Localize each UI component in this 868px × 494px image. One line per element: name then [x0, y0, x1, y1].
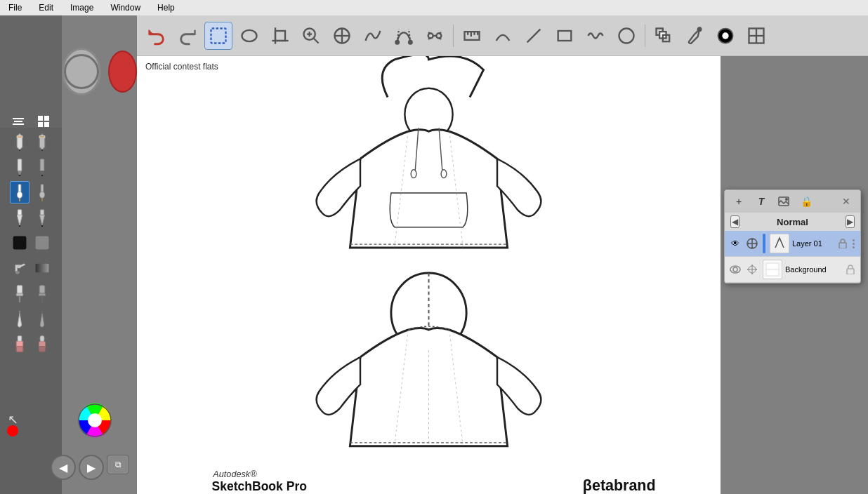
menu-edit[interactable]: Edit	[36, 1, 56, 14]
swatch-row	[10, 232, 52, 254]
svg-rect-42	[13, 124, 24, 125]
svg-point-94	[411, 170, 416, 178]
svg-rect-74	[17, 286, 22, 293]
smear-soft-btn[interactable]	[32, 307, 52, 330]
layer-1-options[interactable]	[851, 238, 856, 250]
marker-row	[10, 156, 52, 178]
select-button[interactable]	[204, 22, 232, 50]
zoom-button[interactable]	[297, 22, 325, 50]
blend-prev-button[interactable]: ◀	[730, 215, 739, 228]
front-hoodie	[317, 56, 541, 248]
svg-rect-86	[39, 347, 45, 352]
active-layer-bar	[763, 234, 765, 253]
layer-1-lock[interactable]	[837, 238, 848, 249]
pen-hard-btn[interactable]	[10, 206, 29, 229]
wave-button[interactable]	[581, 22, 610, 50]
eraser-soft-btn[interactable]	[32, 333, 52, 355]
crop-button[interactable]	[266, 22, 294, 50]
svg-rect-75	[16, 293, 22, 296]
marker-soft-btn[interactable]	[32, 156, 52, 178]
eraser-row	[10, 333, 52, 355]
eraser-hard-btn[interactable]	[10, 333, 29, 355]
svg-text:βetabrand: βetabrand	[583, 477, 656, 494]
pencil-hard-btn[interactable]	[10, 131, 29, 153]
menu-image[interactable]: Image	[67, 1, 96, 14]
pencil-soft-btn[interactable]	[32, 131, 52, 153]
svg-text:Autodesk®: Autodesk®	[212, 469, 257, 479]
svg-rect-66	[18, 210, 22, 215]
svg-rect-78	[39, 293, 45, 296]
svg-rect-72	[36, 236, 49, 250]
svg-line-22	[439, 38, 442, 39]
image-layer-button[interactable]	[775, 193, 792, 210]
svg-line-19	[428, 32, 431, 33]
layer-row-1[interactable]: 👁 Layer 01	[725, 231, 860, 257]
separator-1	[453, 25, 454, 47]
circle-button[interactable]	[612, 22, 640, 50]
canvas-svg: Autodesk® SketchBook Pro βetabrand	[137, 56, 721, 494]
color-wheel-button[interactable]	[711, 22, 739, 50]
svg-point-36	[722, 32, 728, 39]
svg-rect-84	[18, 336, 22, 341]
smear-hard-btn[interactable]	[10, 307, 29, 330]
add-layer-button[interactable]: +	[730, 193, 747, 210]
svg-rect-28	[558, 31, 572, 41]
rect-button[interactable]	[551, 22, 579, 50]
next-arrow-button[interactable]: ▶	[79, 455, 104, 480]
blend-mode-label: Normal	[777, 217, 808, 227]
menu-bar: File Edit Image Window Help	[0, 0, 868, 15]
copy-button[interactable]: ⧉	[107, 455, 129, 474]
svg-line-27	[527, 29, 541, 42]
stamp-hard-btn[interactable]	[10, 282, 29, 305]
gray-swatch-btn[interactable]	[32, 232, 52, 254]
black-swatch-btn[interactable]	[10, 232, 29, 254]
lasso-button[interactable]	[235, 22, 263, 50]
nav-arrows: ◀ ▶ ⧉	[51, 455, 129, 480]
line-button[interactable]	[520, 22, 548, 50]
connect-button[interactable]	[421, 22, 449, 50]
pen-soft-btn[interactable]	[32, 206, 52, 229]
menu-window[interactable]: Window	[107, 1, 143, 14]
layer-1-visibility[interactable]: 👁	[729, 237, 742, 250]
grid-button[interactable]	[742, 22, 770, 50]
svg-rect-2	[275, 31, 285, 41]
brush-soft-btn[interactable]	[32, 181, 52, 203]
marker-hard-btn[interactable]	[10, 156, 29, 178]
text-layer-button[interactable]: T	[753, 193, 770, 210]
redo-button[interactable]	[173, 22, 202, 50]
symmetry-button[interactable]	[328, 22, 356, 50]
svg-point-115	[733, 267, 737, 272]
menu-file[interactable]: File	[6, 1, 25, 14]
svg-text:SketchBook Pro: SketchBook Pro	[211, 479, 307, 493]
curve-button[interactable]	[359, 22, 387, 50]
layer-bg-visibility[interactable]	[729, 263, 742, 276]
gradient-btn[interactable]	[32, 257, 52, 279]
layer-bg-move	[744, 262, 760, 277]
svg-rect-56	[40, 159, 44, 171]
layer-bg-lock[interactable]	[845, 264, 856, 275]
svg-line-21	[439, 32, 442, 33]
prev-arrow-button[interactable]: ◀	[51, 455, 76, 480]
layers-button[interactable]	[650, 22, 678, 50]
lock-layer-button[interactable]: 🔒	[798, 193, 815, 210]
blend-next-button[interactable]: ▶	[846, 215, 855, 228]
back-hoodie	[317, 273, 541, 446]
arc-button[interactable]	[489, 22, 517, 50]
layer-row-background[interactable]: Background	[725, 257, 860, 283]
bezier-button[interactable]	[390, 22, 418, 50]
stamp-soft-btn[interactable]	[32, 282, 52, 305]
deco-area	[62, 15, 137, 128]
undo-button[interactable]	[143, 22, 171, 50]
layer-bg-thumb	[763, 260, 782, 279]
bucket-btn[interactable]	[10, 257, 29, 279]
brush-tools-button[interactable]	[680, 22, 709, 50]
svg-rect-43	[38, 116, 43, 121]
svg-line-20	[428, 38, 431, 39]
menu-help[interactable]: Help	[154, 1, 178, 14]
ruler-button[interactable]	[458, 22, 486, 50]
brush-row	[10, 181, 52, 203]
layers-header: + T 🔒 ✕	[725, 190, 860, 213]
brush-hard-btn[interactable]	[10, 181, 29, 203]
close-panel-button[interactable]: ✕	[838, 193, 855, 210]
color-wheel-display	[77, 403, 112, 438]
